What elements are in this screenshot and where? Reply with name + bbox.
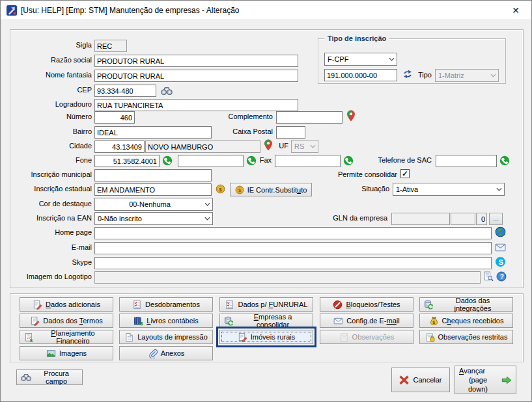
tipo-inscricao-select[interactable]: F-CPF	[324, 53, 397, 66]
telefone-sac-field[interactable]	[436, 155, 497, 167]
logradouro-field[interactable]	[94, 99, 298, 111]
action-button-dados-p-funrural[interactable]: Dados p/ FUNRURAL	[219, 297, 313, 312]
complemento-label: Complemento	[196, 113, 273, 120]
skype-icon[interactable]: S	[495, 256, 506, 267]
logotipo-field	[94, 271, 481, 284]
uf-select: RS	[291, 140, 318, 153]
inscricao-estadual-label: Inscrição estadual	[12, 185, 92, 193]
action-button-layouts-de-impressao[interactable]: Layouts de impressão	[119, 330, 213, 344]
chevron-down-icon	[202, 202, 212, 206]
fone2-field[interactable]	[178, 155, 244, 167]
action-button-label: Bloqueios/Testes	[346, 301, 400, 308]
money-bag-icon: $	[429, 316, 439, 326]
edit-doc-icon	[238, 332, 247, 342]
action-button-config-de-e-mail[interactable]: Config.de E-mail	[320, 314, 413, 328]
nome-fantasia-field[interactable]	[94, 70, 298, 82]
telefone-sac-label: Telefone de SAC	[352, 156, 432, 164]
sync-arrows-icon[interactable]	[402, 69, 413, 79]
gln-browse-button[interactable]: ...	[489, 213, 503, 225]
window-title: [Usu: HELP] [Emp: STM] Manutenção de emp…	[21, 6, 239, 15]
action-button-imagens[interactable]: Imagens	[20, 346, 113, 360]
inscricao-estadual-field[interactable]	[94, 183, 212, 196]
inscricao-ean-select[interactable]: 0-Não inscrito	[94, 212, 213, 225]
fone1-field[interactable]	[94, 155, 160, 167]
action-button-label: Dados p/ FUNRURAL	[238, 301, 307, 308]
green-arrow-icon	[501, 375, 512, 385]
action-button-label: Observações	[352, 333, 395, 341]
gln-field-3	[476, 213, 487, 225]
inscricao-municipal-field[interactable]	[94, 169, 212, 181]
skype-field[interactable]	[94, 257, 492, 269]
tipo-select: 1-Matriz	[435, 69, 499, 82]
cor-destaque-select[interactable]: 00-Nenhuma	[94, 198, 213, 211]
action-button-observacoes-restritas[interactable]: Observações restritas	[419, 330, 513, 344]
ie-contr-substituto-button[interactable]: $ IE Contr.Substituto	[230, 183, 312, 196]
globe-icon[interactable]	[495, 226, 506, 237]
chevron-down-icon	[307, 144, 318, 148]
caixa-postal-field[interactable]	[276, 126, 305, 139]
doc-search-icon[interactable]	[483, 271, 494, 282]
avancar-label: Avançar	[459, 366, 485, 375]
action-button-label: Layouts de impressão	[137, 333, 208, 341]
cancelar-label: Cancelar	[413, 376, 441, 384]
cidade-map-pin-icon[interactable]	[264, 139, 273, 151]
sac-phone-icon[interactable]	[499, 155, 510, 166]
action-button-label: Empresas a consolidar	[237, 313, 309, 328]
complemento-field[interactable]	[276, 111, 343, 124]
cancelar-button[interactable]: Cancelar	[391, 368, 450, 392]
inscricao-ean-label: Inscrição na EAN	[12, 214, 92, 222]
action-button-bloqueios-testes[interactable]: Bloqueios/Testes	[320, 297, 413, 312]
situacao-select[interactable]: 1-Ativa	[393, 183, 505, 196]
fax-field[interactable]	[275, 155, 341, 167]
envelope-icon	[333, 316, 343, 326]
action-button-label: Imagens	[59, 349, 87, 357]
permite-consolidar-checkbox[interactable]: ✓	[400, 169, 410, 178]
action-button-label: Observações restritas	[438, 333, 508, 341]
red-x-icon	[399, 375, 410, 385]
complemento-map-pin-icon[interactable]	[346, 110, 356, 122]
cpf-field[interactable]	[324, 69, 397, 81]
numero-field[interactable]	[94, 111, 135, 124]
bairro-field[interactable]	[94, 126, 212, 139]
nome-fantasia-label: Nome fantasia	[12, 71, 92, 79]
action-button-anexos[interactable]: Anexos	[119, 346, 213, 360]
cidade-codigo-field[interactable]	[94, 141, 145, 153]
logradouro-label: Logradouro	[12, 100, 92, 108]
svg-text:$: $	[140, 320, 143, 325]
close-icon[interactable]: ✕	[508, 4, 524, 17]
question-mark-icon[interactable]: ?	[496, 271, 507, 282]
procura-campo-button[interactable]: Procura campo	[16, 369, 83, 385]
action-button-dados-dos-termos[interactable]: Dados dos Termos	[20, 314, 113, 328]
situacao-label: Situação	[339, 185, 389, 193]
email-envelope-icon[interactable]	[495, 243, 506, 252]
action-button-livros-contabeis[interactable]: $Livros contábeis	[119, 314, 213, 328]
avancar-button[interactable]: Avançar (page down)	[455, 366, 516, 394]
email-field[interactable]	[94, 242, 492, 254]
database-sync-icon	[224, 316, 234, 326]
home-page-field[interactable]	[94, 227, 492, 239]
block-icon	[333, 300, 343, 310]
checklist-icon	[225, 300, 234, 310]
action-button-dados-adicionais[interactable]: Dados adicionais	[20, 297, 113, 312]
chevron-down-icon	[494, 187, 504, 191]
action-button-cheques-recebidos[interactable]: $Cheques recebidos	[419, 314, 513, 328]
svg-text:$: $	[30, 337, 33, 342]
cep-search-binoculars-icon[interactable]	[161, 86, 173, 96]
svg-text:?: ?	[500, 273, 504, 280]
razao-social-field[interactable]	[94, 55, 298, 67]
action-button-empresas-a-consolidar[interactable]: Empresas a consolidar	[219, 314, 313, 328]
inscricao-estadual-coin-icon[interactable]: $	[216, 184, 225, 194]
gln-empresa-label: GLN da empresa	[313, 214, 387, 222]
svg-text:$: $	[432, 320, 435, 325]
action-button-planejamento-financeiro[interactable]: $Planejamento Financeiro	[20, 330, 113, 344]
gln-field-1	[391, 213, 450, 225]
permite-consolidar-label: Permite consolidar	[319, 170, 397, 178]
cep-field[interactable]	[94, 85, 156, 97]
image-icon	[46, 349, 56, 358]
action-button-imoveis-rurais[interactable]: Imóveis rurais	[219, 330, 313, 344]
fone1-phone-icon[interactable]	[162, 155, 173, 166]
action-button-label: Desdobramentos	[145, 301, 200, 308]
action-button-desdobramentos[interactable]: Desdobramentos	[119, 297, 213, 312]
action-button-dados-das-integracoes[interactable]: Dados das integrações	[419, 297, 513, 312]
bairro-label: Bairro	[12, 127, 92, 135]
